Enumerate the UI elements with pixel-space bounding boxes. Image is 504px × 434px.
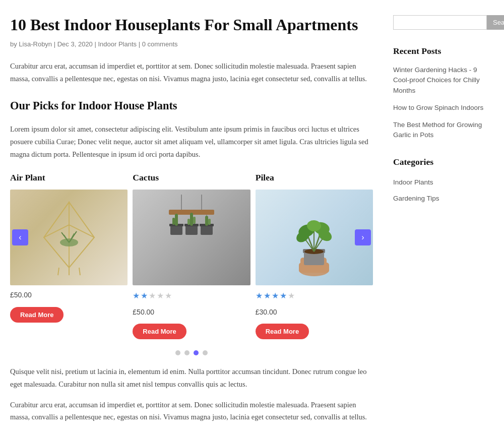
product-name-pilea: Pilea [256,170,373,184]
star-2: ★ [264,289,271,302]
star-5: ★ [288,289,295,302]
page-wrapper: 10 Best Indoor Houseplants For Small Apa… [0,0,504,434]
recent-posts-title: Recent Posts [393,44,494,58]
svg-rect-31 [208,219,211,225]
product-name-air-plant: Air Plant [10,170,128,184]
star-5: ★ [165,289,172,302]
dot-3[interactable] [194,350,199,355]
product-stars-pilea: ★ ★ ★ ★ ★ [256,289,373,302]
article-meta: by Lisa-Robyn | Dec 3, 2020 | Indoor Pla… [10,39,373,50]
read-more-cactus[interactable]: Read More [133,324,186,339]
svg-rect-26 [193,217,196,224]
star-3: ★ [149,289,156,302]
svg-rect-27 [187,219,190,225]
product-price-air-plant: £50.00 [10,289,128,300]
product-card-pilea: Pilea › [256,170,373,344]
intro-paragraph: Curabitur arcu erat, accumsan id imperdi… [10,60,373,85]
product-stars-cactus: ★ ★ ★ ★ ★ [133,289,250,302]
categories-list: Indoor Plants Gardening Tips [393,176,494,204]
svg-marker-1 [69,202,94,237]
product-grid: Air Plant ‹ [10,170,373,344]
meta-author[interactable]: Lisa-Robyn [19,40,52,48]
svg-marker-3 [69,225,94,268]
star-1: ★ [256,289,263,302]
category-2-link[interactable]: Gardening Tips [393,195,439,202]
read-more-air-plant[interactable]: Read More [10,307,64,323]
recent-post-2-link[interactable]: How to Grow Spinach Indoors [393,103,494,113]
product-carousel: Air Plant ‹ [10,170,373,355]
categories-title: Categories [393,155,494,169]
air-plant-svg [39,197,99,278]
sidebar: Search Recent Posts Winter Gardening Hac… [393,10,494,431]
product-image-air-plant: ‹ [10,190,128,285]
svg-rect-30 [205,216,208,226]
star-4: ★ [280,289,287,302]
meta-comments: 0 comments [142,40,178,48]
carousel-dots [10,350,373,355]
search-box: Search [393,15,494,30]
product-image-cactus [133,190,250,285]
svg-line-10 [58,268,59,275]
product-card-air-plant: Air Plant ‹ [10,170,133,344]
meta-by: by [10,40,19,48]
svg-rect-22 [172,218,175,225]
cactus-svg [156,195,227,280]
section-heading: Our Picks for Indoor House Plants [10,97,373,115]
recent-post-1: Winter Gardening Hacks - 9 Cool-proof Ch… [393,65,494,96]
recent-post-2: How to Grow Spinach Indoors [393,103,494,113]
outro-body: Quisque velit nisi, pretium ut lacinia i… [10,365,373,423]
meta-category[interactable]: Indoor Plants [98,40,137,48]
product-price-pilea: £30.00 [256,306,373,318]
svg-marker-2 [44,202,69,237]
category-1: Indoor Plants [393,176,494,188]
meta-sep3: | [139,40,142,48]
star-4: ★ [157,289,164,302]
pilea-svg [281,197,347,278]
recent-post-3-link[interactable]: The Best Method for Growing Garlic in Po… [393,120,494,141]
product-name-cactus: Cactus [133,170,250,184]
category-2: Gardening Tips [393,192,494,204]
meta-date: Dec 3, 2020 [57,40,93,48]
search-input[interactable] [393,15,487,30]
section-paragraph: Lorem ipsum dolor sit amet, consectetur … [10,123,373,160]
svg-rect-21 [175,214,178,226]
outro-paragraph-1: Quisque velit nisi, pretium ut lacinia i… [10,365,373,390]
article-body: Curabitur arcu erat, accumsan id imperdi… [10,60,373,85]
read-more-pilea[interactable]: Read More [256,324,309,339]
recent-post-1-link[interactable]: Winter Gardening Hacks - 9 Cool-proof Ch… [393,65,494,96]
product-card-cactus: Cactus [133,170,255,344]
meta-sep1: | [54,40,57,48]
recent-post-3: The Best Method for Growing Garlic in Po… [393,120,494,141]
main-content: 10 Best Indoor Houseplants For Small Apa… [10,10,373,431]
dot-4[interactable] [203,350,208,355]
svg-marker-4 [44,225,69,268]
dot-2[interactable] [184,350,190,355]
star-2: ★ [141,289,148,302]
carousel-next-button[interactable]: › [355,229,371,245]
carousel-prev-button[interactable]: ‹ [12,229,28,245]
svg-rect-25 [190,213,193,226]
dot-1[interactable] [175,350,180,355]
search-button[interactable]: Search [487,15,504,30]
star-1: ★ [133,289,140,302]
product-price-cactus: £50.00 [133,306,250,318]
star-3: ★ [272,289,279,302]
outro-paragraph-2: Curabitur arcu erat, accumsan id imperdi… [10,399,373,423]
svg-line-11 [79,268,80,275]
product-image-pilea: › [256,190,373,285]
article-title: 10 Best Indoor Houseplants For Small Apa… [10,15,373,34]
recent-posts-list: Winter Gardening Hacks - 9 Cool-proof Ch… [393,65,494,141]
category-1-link[interactable]: Indoor Plants [393,178,433,186]
section-body: Lorem ipsum dolor sit amet, consectetur … [10,123,373,160]
